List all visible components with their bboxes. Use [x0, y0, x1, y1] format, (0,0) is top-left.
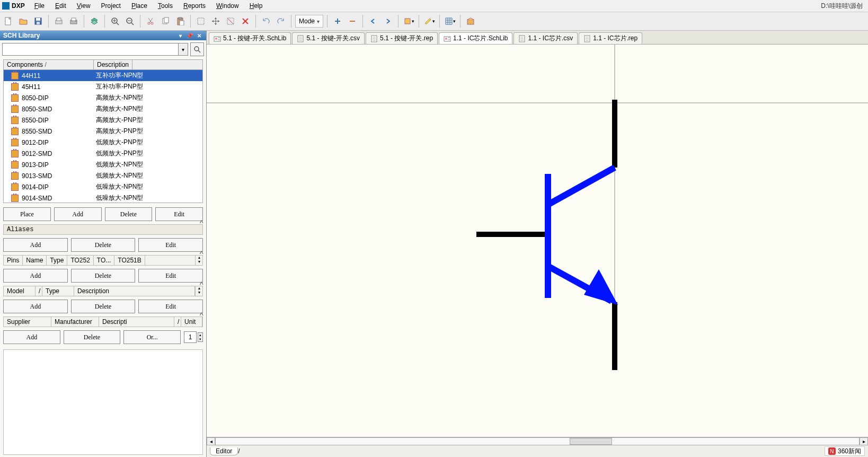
- pins-delete-button[interactable]: Delete: [71, 269, 136, 283]
- mode-dropdown[interactable]: Mode▾: [295, 15, 323, 28]
- menu-window[interactable]: Window: [211, 1, 244, 11]
- delete-button[interactable]: Delete: [105, 207, 153, 221]
- grid-icon[interactable]: ▾: [444, 15, 456, 28]
- print-icon[interactable]: [67, 15, 80, 28]
- save-icon[interactable]: [32, 15, 45, 28]
- table-row[interactable]: 44H11互补功率-NPN型: [4, 70, 202, 81]
- zoom-in-icon[interactable]: [109, 15, 121, 28]
- document-tab[interactable]: 5.1 - 按键-开关.SchLib: [209, 32, 291, 44]
- table-row[interactable]: 8050-SMD高频放大-NPN型: [4, 103, 202, 115]
- chevron-down-icon[interactable]: ▾: [178, 43, 188, 55]
- menu-help[interactable]: Help: [244, 1, 268, 11]
- menu-edit[interactable]: Edit: [50, 1, 72, 11]
- pins-edit-button[interactable]: Edit: [138, 269, 203, 283]
- supplier-order-button[interactable]: Or...: [123, 330, 181, 344]
- cut-icon[interactable]: [144, 15, 157, 28]
- col-description[interactable]: Description: [94, 60, 132, 69]
- model-delete-button[interactable]: Delete: [71, 300, 136, 313]
- col-pin-name[interactable]: Name: [23, 256, 47, 265]
- menu-file[interactable]: File: [29, 1, 50, 11]
- table-row[interactable]: 8550-DIP高频放大-PNP型: [4, 115, 202, 126]
- horizontal-scrollbar[interactable]: ◂ ▸: [207, 437, 868, 445]
- pins-header[interactable]: Pins Name Type TO252 TO... TO251B ▴▾: [3, 255, 203, 266]
- menu-view[interactable]: View: [72, 1, 96, 11]
- col-pins[interactable]: Pins: [4, 256, 23, 265]
- new-part-icon[interactable]: ▾: [402, 15, 415, 28]
- zoom-out-icon[interactable]: [123, 15, 136, 28]
- table-row[interactable]: 8550-SMD高频放大-PNP型: [4, 126, 202, 137]
- edit-button[interactable]: Edit: [155, 207, 203, 221]
- pins-add-button[interactable]: Add: [3, 269, 68, 283]
- document-tab[interactable]: 1.1 - IC芯片.csv: [513, 32, 578, 44]
- add-button[interactable]: Add: [54, 207, 102, 221]
- col-to252[interactable]: TO252: [67, 256, 93, 265]
- minus-icon[interactable]: [346, 15, 359, 28]
- scrollbar-thumb[interactable]: [570, 438, 612, 445]
- model-add-button[interactable]: Add: [3, 300, 68, 313]
- layers-icon[interactable]: [88, 15, 101, 28]
- col-unit[interactable]: Unit: [181, 317, 202, 327]
- edit-pencil-icon[interactable]: ▾: [423, 15, 436, 28]
- menu-place[interactable]: Place: [126, 1, 153, 11]
- col-to251b[interactable]: TO251B: [114, 256, 145, 265]
- col-to-ellipsis[interactable]: TO...: [94, 256, 114, 265]
- model-header[interactable]: Model / Type Description ▴▾: [3, 286, 203, 296]
- deselect-icon[interactable]: [224, 15, 237, 28]
- redo-icon[interactable]: [274, 15, 287, 28]
- order-quantity-input[interactable]: [184, 331, 197, 343]
- table-row[interactable]: 9012-SMD低频放大-PNP型: [4, 148, 202, 159]
- move-icon[interactable]: [209, 15, 222, 28]
- clear-icon[interactable]: [239, 15, 252, 28]
- next-icon[interactable]: [382, 15, 394, 28]
- table-row[interactable]: 9013-SMD低频放大-NPN型: [4, 170, 202, 181]
- components-header[interactable]: Components Description: [4, 60, 202, 70]
- scroll-left-icon[interactable]: ◂: [207, 437, 215, 445]
- plus-icon[interactable]: [331, 15, 344, 28]
- table-row[interactable]: 9014-DIP低噪放大-NPN型: [4, 181, 202, 192]
- panel-dropdown-icon[interactable]: ▾: [176, 32, 184, 39]
- document-tab[interactable]: 1.1 - IC芯片.SchLib: [439, 32, 512, 44]
- table-row[interactable]: 45H11互补功率-PNP型: [4, 81, 202, 92]
- col-model-type[interactable]: Type: [42, 286, 74, 296]
- menu-reports[interactable]: Reports: [178, 1, 211, 11]
- place-button[interactable]: Place: [3, 207, 51, 221]
- col-components[interactable]: Components: [4, 60, 94, 69]
- copy-icon[interactable]: [159, 15, 172, 28]
- components-body[interactable]: 44H11互补功率-NPN型45H11互补功率-PNP型8050-DIP高频放大…: [4, 70, 202, 203]
- document-tab[interactable]: 5.1 - 按键-开关.csv: [292, 32, 365, 44]
- supplier-add-button[interactable]: Add: [3, 330, 60, 344]
- col-supplier[interactable]: Supplier: [4, 317, 51, 327]
- col-manufacturer[interactable]: Manufacturer: [51, 317, 99, 327]
- new-file-icon[interactable]: [2, 15, 15, 28]
- search-icon[interactable]: [190, 42, 204, 56]
- table-row[interactable]: 9013-DIP低频放大-NPN型: [4, 159, 202, 170]
- scroll-right-icon[interactable]: ▸: [860, 437, 868, 445]
- aliases-delete-button[interactable]: Delete: [71, 238, 136, 252]
- document-tab[interactable]: 1.1 - IC芯片.rep: [579, 32, 642, 44]
- col-model[interactable]: Model: [4, 286, 36, 296]
- col-model-desc[interactable]: Description: [74, 286, 195, 296]
- undo-icon[interactable]: [260, 15, 272, 28]
- document-tab[interactable]: 5.1 - 按键-开关.rep: [366, 32, 438, 44]
- table-row[interactable]: 9012-DIP低频放大-PNP型: [4, 137, 202, 148]
- aliases-edit-button[interactable]: Edit: [138, 238, 203, 252]
- paste-icon[interactable]: [174, 15, 187, 28]
- supplier-delete-button[interactable]: Delete: [64, 330, 121, 344]
- menu-project[interactable]: Project: [96, 1, 126, 11]
- col-supplier-desc[interactable]: Descripti: [99, 317, 174, 327]
- aliases-add-button[interactable]: Add: [3, 238, 68, 252]
- panel-pin-icon[interactable]: 📌: [186, 32, 193, 39]
- table-row[interactable]: 9014-SMD低噪放大-NPN型: [4, 192, 202, 203]
- box-icon[interactable]: [464, 15, 477, 28]
- prev-icon[interactable]: [367, 15, 379, 28]
- filter-combo[interactable]: ▾: [2, 43, 188, 56]
- panel-close-icon[interactable]: ✕: [196, 32, 203, 39]
- schematic-canvas[interactable]: [207, 45, 868, 437]
- supplier-header[interactable]: Supplier Manufacturer Descripti / Unit: [3, 317, 203, 327]
- model-edit-button[interactable]: Edit: [138, 300, 203, 313]
- order-quantity-spinner[interactable]: ▴▾: [198, 332, 203, 342]
- aliases-header[interactable]: Aliases: [3, 224, 203, 235]
- col-pin-type[interactable]: Type: [47, 256, 67, 265]
- editor-tab[interactable]: Editor: [210, 447, 238, 455]
- panel-title-bar[interactable]: SCH Library ▾ 📌 ✕: [0, 31, 206, 40]
